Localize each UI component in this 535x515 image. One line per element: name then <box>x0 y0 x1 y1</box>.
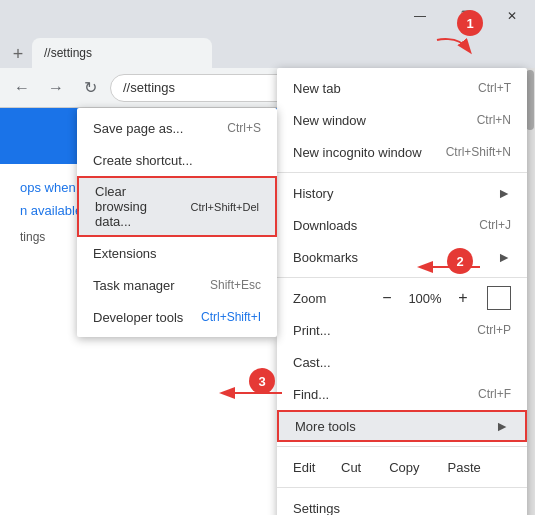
menu-item-new-window[interactable]: New window Ctrl+N <box>277 104 527 136</box>
fullscreen-button[interactable] <box>487 286 511 310</box>
close-button[interactable]: ✕ <box>489 0 535 32</box>
menu-item-history[interactable]: History ► <box>277 177 527 209</box>
menu-item-new-incognito[interactable]: New incognito window Ctrl+Shift+N <box>277 136 527 168</box>
menu-item-more-tools[interactable]: More tools ► <box>277 410 527 442</box>
annotation-3: 3 <box>249 368 275 394</box>
browser-frame: — ❐ ✕ + //settings ← → ↻ //settings ☆ 👤 … <box>0 0 535 515</box>
submenu-item-create-shortcut[interactable]: Create shortcut... <box>77 144 277 176</box>
menu-item-cast[interactable]: Cast... <box>277 346 527 378</box>
submenu-item-extensions[interactable]: Extensions <box>77 237 277 269</box>
tab-label: //settings <box>44 46 92 60</box>
refresh-button[interactable]: ↻ <box>76 74 104 102</box>
menu-item-downloads[interactable]: Downloads Ctrl+J <box>277 209 527 241</box>
menu-item-find[interactable]: Find... Ctrl+F <box>277 378 527 410</box>
menu-section-5: Settings Help ► <box>277 488 527 515</box>
zoom-row: Zoom − 100% + <box>277 282 527 314</box>
zoom-controls: − 100% + <box>375 286 511 310</box>
new-tab-button[interactable]: + <box>4 40 32 68</box>
annotation-1: 1 <box>457 10 483 36</box>
history-arrow-icon: ► <box>497 185 511 201</box>
back-button[interactable]: ← <box>8 74 36 102</box>
paste-button[interactable]: Paste <box>436 456 493 479</box>
menu-section-4: Edit Cut Copy Paste <box>277 447 527 488</box>
edit-row: Edit Cut Copy Paste <box>277 451 527 483</box>
more-tools-arrow-icon: ► <box>495 418 509 434</box>
submenu-item-developer-tools[interactable]: Developer tools Ctrl+Shift+I <box>77 301 277 333</box>
scrollbar-thumb[interactable] <box>526 70 534 130</box>
more-tools-submenu: Save page as... Ctrl+S Create shortcut..… <box>77 108 277 337</box>
main-dropdown-menu: New tab Ctrl+T New window Ctrl+N New inc… <box>277 68 527 515</box>
menu-section-3: Zoom − 100% + Print... Ctrl+P Cast... Fi… <box>277 278 527 447</box>
bookmarks-arrow-icon: ► <box>497 249 511 265</box>
active-tab[interactable]: //settings <box>32 38 212 68</box>
forward-button[interactable]: → <box>42 74 70 102</box>
annotation-2: 2 <box>447 248 473 274</box>
menu-section-1: New tab Ctrl+T New window Ctrl+N New inc… <box>277 68 527 173</box>
cut-button[interactable]: Cut <box>329 456 373 479</box>
submenu-item-task-manager[interactable]: Task manager Shift+Esc <box>77 269 277 301</box>
menu-item-print[interactable]: Print... Ctrl+P <box>277 314 527 346</box>
menu-item-new-tab[interactable]: New tab Ctrl+T <box>277 72 527 104</box>
zoom-out-button[interactable]: − <box>375 286 399 310</box>
url-text: //settings <box>123 80 175 95</box>
copy-button[interactable]: Copy <box>377 456 431 479</box>
menu-item-settings[interactable]: Settings <box>277 492 527 515</box>
submenu-item-clear-browsing[interactable]: Clear browsing data... Ctrl+Shift+Del <box>77 176 277 237</box>
zoom-in-button[interactable]: + <box>451 286 475 310</box>
submenu-item-save-page[interactable]: Save page as... Ctrl+S <box>77 112 277 144</box>
